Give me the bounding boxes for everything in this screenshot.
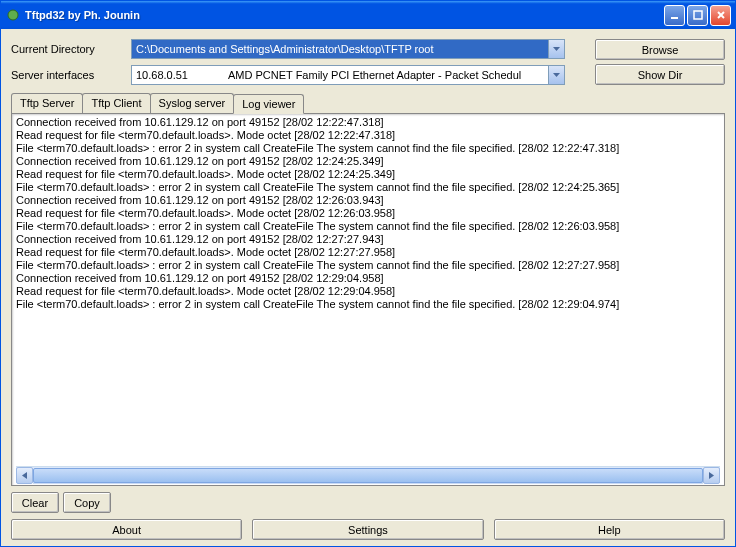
log-viewer-panel: Connection received from 10.61.129.12 on… [11, 113, 725, 486]
log-line[interactable]: Read request for file <term70.default.lo… [16, 285, 720, 298]
tab-tftp-server[interactable]: Tftp Server [11, 93, 83, 113]
log-line[interactable]: Connection received from 10.61.129.12 on… [16, 194, 720, 207]
scroll-track[interactable] [33, 467, 703, 484]
log-line[interactable]: Read request for file <term70.default.lo… [16, 129, 720, 142]
browse-button[interactable]: Browse [595, 39, 725, 60]
scroll-right-icon[interactable] [703, 467, 720, 484]
svg-rect-1 [671, 17, 678, 19]
log-line[interactable]: Read request for file <term70.default.lo… [16, 168, 720, 181]
tab-bar: Tftp ServerTftp ClientSyslog serverLog v… [11, 93, 725, 113]
current-directory-combo[interactable]: C:\Documents and Settings\Administrator\… [131, 39, 565, 59]
log-line[interactable]: Connection received from 10.61.129.12 on… [16, 116, 720, 129]
about-button[interactable]: About [11, 519, 242, 540]
tab-tftp-client[interactable]: Tftp Client [82, 93, 150, 113]
log-line[interactable]: Connection received from 10.61.129.12 on… [16, 155, 720, 168]
minimize-button[interactable] [664, 5, 685, 26]
log-line[interactable]: Connection received from 10.61.129.12 on… [16, 233, 720, 246]
svg-marker-5 [553, 47, 560, 51]
dropdown-icon[interactable] [548, 40, 564, 58]
maximize-button[interactable] [687, 5, 708, 26]
log-lines[interactable]: Connection received from 10.61.129.12 on… [16, 116, 720, 466]
log-line[interactable]: File <term70.default.loads> : error 2 in… [16, 181, 720, 194]
titlebar[interactable]: Tftpd32 by Ph. Jounin [1, 1, 735, 29]
svg-rect-2 [694, 11, 702, 19]
log-line[interactable]: File <term70.default.loads> : error 2 in… [16, 142, 720, 155]
log-line[interactable]: File <term70.default.loads> : error 2 in… [16, 298, 720, 311]
settings-button[interactable]: Settings [252, 519, 483, 540]
window-title: Tftpd32 by Ph. Jounin [25, 9, 664, 21]
scroll-thumb[interactable] [33, 468, 703, 483]
interface-desc: AMD PCNET Family PCI Ethernet Adapter - … [228, 69, 521, 81]
log-line[interactable]: Read request for file <term70.default.lo… [16, 246, 720, 259]
copy-button[interactable]: Copy [63, 492, 111, 513]
dropdown-icon[interactable] [548, 66, 564, 84]
log-line[interactable]: Connection received from 10.61.129.12 on… [16, 272, 720, 285]
show-dir-button[interactable]: Show Dir [595, 64, 725, 85]
scroll-left-icon[interactable] [16, 467, 33, 484]
interface-ip: 10.68.0.51 [136, 69, 188, 81]
svg-marker-7 [22, 472, 27, 479]
tab-syslog-server[interactable]: Syslog server [150, 93, 235, 113]
server-interfaces-combo[interactable]: 10.68.0.51 AMD PCNET Family PCI Ethernet… [131, 65, 565, 85]
log-line[interactable]: Read request for file <term70.default.lo… [16, 207, 720, 220]
tab-log-viewer[interactable]: Log viewer [233, 94, 304, 114]
svg-point-0 [8, 10, 18, 20]
log-line[interactable]: File <term70.default.loads> : error 2 in… [16, 259, 720, 272]
help-button[interactable]: Help [494, 519, 725, 540]
server-interfaces-label: Server interfaces [11, 69, 131, 81]
current-directory-value: C:\Documents and Settings\Administrator\… [132, 43, 548, 55]
clear-button[interactable]: Clear [11, 492, 59, 513]
app-window: Tftpd32 by Ph. Jounin Current Directory … [0, 0, 736, 547]
close-button[interactable] [710, 5, 731, 26]
app-icon [5, 7, 21, 23]
current-directory-label: Current Directory [11, 43, 131, 55]
client-area: Current Directory C:\Documents and Setti… [1, 29, 735, 546]
horizontal-scrollbar[interactable] [16, 466, 720, 483]
log-line[interactable]: File <term70.default.loads> : error 2 in… [16, 220, 720, 233]
svg-marker-6 [553, 73, 560, 77]
svg-marker-8 [709, 472, 714, 479]
